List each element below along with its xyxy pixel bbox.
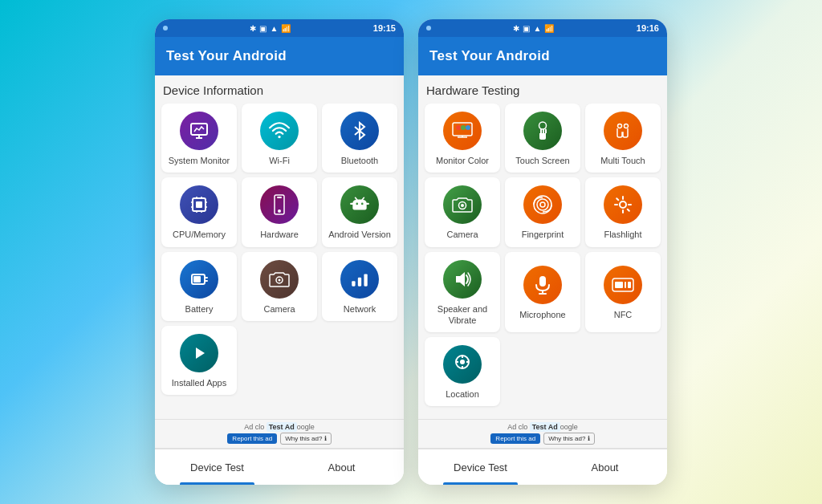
- svg-marker-32: [196, 348, 205, 359]
- fingerprint-icon: [523, 185, 562, 224]
- svg-point-38: [466, 125, 470, 130]
- section-title-2: Hardware Testing: [425, 83, 661, 97]
- status-bar-1: ✱ ▣ ▲ 📶 19:15: [155, 19, 404, 37]
- svg-point-39: [618, 124, 622, 128]
- ad-text-2: Ad clо Test Adoogle: [507, 423, 578, 431]
- ad-bar-2: Ad clо Test Adoogle Report this ad Why t…: [418, 419, 667, 448]
- status-time-1: 19:15: [373, 23, 396, 33]
- svg-rect-29: [352, 281, 355, 287]
- svg-rect-31: [364, 274, 367, 286]
- app-bar-2: Test Your Android: [418, 37, 667, 75]
- nav-device-test-1[interactable]: Device Test: [155, 449, 279, 485]
- cpu-memory-item[interactable]: CPU/Memory: [161, 177, 237, 246]
- status-dot-2: [426, 26, 431, 30]
- monitor-color-label: Monitor Color: [436, 155, 489, 166]
- microphone-icon: [523, 266, 562, 304]
- wifi-icon: ▲: [270, 24, 278, 33]
- flashlight-item[interactable]: Flashlight: [585, 177, 661, 246]
- android-version-item[interactable]: Android Version: [322, 177, 397, 246]
- why-ad-btn-1[interactable]: Why this ad? ℹ: [280, 433, 331, 445]
- speaker-vibrate-item[interactable]: Speaker and Vibrate: [425, 252, 500, 333]
- hardware-label: Hardware: [260, 229, 299, 240]
- svg-point-62: [460, 360, 465, 364]
- bluetooth-icon: ✱: [250, 24, 256, 33]
- bluetooth-item[interactable]: Bluetooth: [322, 104, 397, 173]
- why-ad-btn-2[interactable]: Why this ad? ℹ: [543, 433, 594, 445]
- report-ad-btn-1[interactable]: Report this ad: [227, 433, 277, 444]
- nfc-item[interactable]: NFC: [585, 252, 661, 333]
- cpu-memory-icon: [180, 185, 218, 224]
- camera-icon-1: [260, 260, 299, 299]
- multi-touch-item[interactable]: Multi Touch: [585, 104, 661, 173]
- svg-rect-5: [196, 201, 202, 208]
- screen-content-1: Device Information System Monitor Wi-Fi: [155, 75, 404, 419]
- battery-icon-2: ▣: [523, 24, 530, 33]
- nav-about-2[interactable]: About: [543, 449, 667, 485]
- location-icon: [443, 345, 482, 384]
- fingerprint-item[interactable]: Fingerprint: [505, 177, 580, 246]
- battery-item[interactable]: Battery: [161, 252, 237, 321]
- nav-device-test-2[interactable]: Device Test: [418, 449, 543, 485]
- svg-rect-15: [277, 197, 282, 198]
- nav-about-label-1: About: [328, 461, 356, 474]
- camera-label-2: Camera: [446, 229, 478, 240]
- grid-1-row4: Installed Apps: [161, 326, 397, 395]
- speaker-vibrate-icon: [443, 260, 482, 299]
- nav-about-1[interactable]: About: [279, 449, 404, 485]
- camera-item-1[interactable]: Camera: [242, 252, 317, 321]
- touch-screen-icon: [523, 112, 562, 150]
- status-time-2: 19:16: [637, 23, 659, 33]
- svg-point-18: [361, 203, 364, 205]
- svg-point-28: [279, 278, 281, 281]
- app-title-2: Test Your Android: [429, 48, 550, 64]
- svg-point-37: [461, 125, 466, 130]
- svg-point-3: [278, 136, 280, 138]
- app-bar-1: Test Your Android: [155, 37, 404, 75]
- hardware-item[interactable]: Hardware: [242, 177, 317, 246]
- network-label: Network: [344, 303, 376, 315]
- bluetooth-label: Bluetooth: [341, 155, 378, 166]
- svg-line-49: [616, 198, 618, 200]
- svg-rect-60: [628, 282, 631, 288]
- status-icons-1: ✱ ▣ ▲ 📶: [250, 24, 291, 33]
- multi-touch-icon: [604, 112, 642, 150]
- installed-apps-item[interactable]: Installed Apps: [161, 326, 237, 395]
- nav-device-test-label-2: Device Test: [454, 461, 507, 474]
- system-monitor-item[interactable]: System Monitor: [161, 104, 237, 173]
- location-label: Location: [446, 388, 479, 400]
- grid-2-row2: Camera Fingerprint Flashlight: [425, 177, 661, 246]
- location-item[interactable]: Location: [425, 337, 500, 406]
- hardware-icon: [260, 185, 299, 224]
- nav-about-label-2: About: [592, 461, 619, 474]
- microphone-item[interactable]: Microphone: [505, 252, 580, 333]
- android-version-label: Android Version: [328, 229, 391, 240]
- battery-icon-circle: [180, 260, 218, 299]
- svg-point-16: [278, 209, 281, 213]
- nav-device-test-label-1: Device Test: [190, 461, 244, 474]
- phone-1: ✱ ▣ ▲ 📶 19:15 Test Your Android Device I…: [155, 19, 404, 485]
- ad-buttons-2: Report this ad Why this ad? ℹ: [490, 433, 594, 445]
- wifi-label: Wi-Fi: [269, 155, 290, 166]
- svg-point-42: [461, 204, 464, 207]
- ad-buttons-1: Report this ad Why this ad? ℹ: [227, 433, 331, 445]
- svg-point-46: [620, 201, 626, 208]
- report-ad-btn-2[interactable]: Report this ad: [490, 433, 540, 444]
- camera-icon-2: [443, 185, 482, 224]
- flashlight-label: Flashlight: [604, 229, 641, 240]
- svg-rect-24: [193, 276, 201, 282]
- grid-2-row1: Monitor Color Touch Screen Multi Touch: [425, 104, 661, 173]
- cpu-memory-label: CPU/Memory: [173, 229, 226, 240]
- bottom-nav-2: Device Test About: [418, 448, 667, 485]
- network-item[interactable]: Network: [322, 252, 397, 321]
- wifi-icon-circle: [260, 112, 299, 150]
- bottom-nav-1: Device Test About: [155, 448, 404, 485]
- system-monitor-label: System Monitor: [169, 155, 230, 166]
- svg-marker-53: [456, 272, 465, 287]
- monitor-color-item[interactable]: Monitor Color: [425, 104, 500, 173]
- camera-label-1: Camera: [263, 303, 295, 315]
- android-version-icon: [340, 185, 379, 224]
- grid-1: System Monitor Wi-Fi Bluetooth CPU/Me: [161, 104, 397, 321]
- touch-screen-item[interactable]: Touch Screen: [505, 104, 580, 173]
- wifi-item[interactable]: Wi-Fi: [242, 104, 317, 173]
- camera-item-2[interactable]: Camera: [425, 177, 500, 246]
